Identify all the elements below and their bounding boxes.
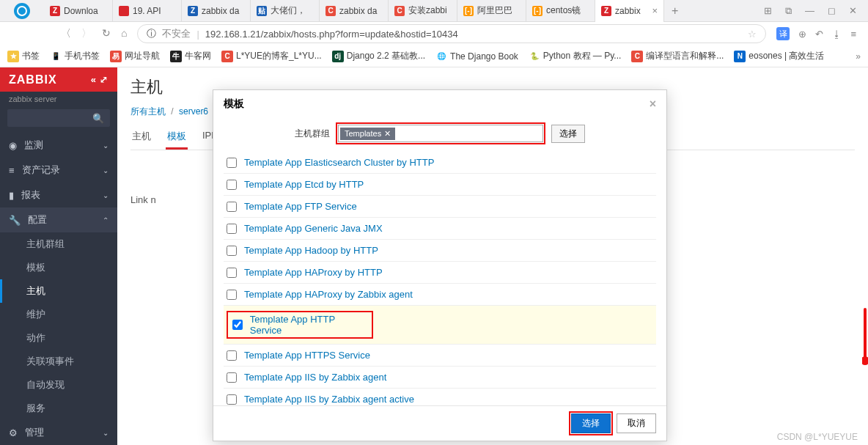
new-tab-button[interactable]: +	[664, 4, 685, 18]
template-row: Template App FTP Service	[224, 196, 656, 218]
template-checkbox[interactable]	[227, 290, 237, 300]
template-checkbox[interactable]	[227, 224, 237, 234]
template-link[interactable]: Template App HAProxy by HTTP	[244, 267, 383, 278]
hostgroup-select-button[interactable]: 选择	[551, 125, 585, 143]
bookmark-label: The Django Book	[450, 51, 518, 62]
browser-tab[interactable]: 19. API	[113, 0, 182, 22]
nav-sub-item[interactable]: 服务	[0, 397, 117, 420]
bookmark-item[interactable]: 🐍Python 教程 — Py...	[529, 50, 621, 62]
host-tab[interactable]: 模板	[166, 125, 188, 150]
modal-close-icon[interactable]: ×	[650, 98, 656, 111]
template-link[interactable]: Template App Etcd by HTTP	[244, 179, 364, 190]
nav-sub-item[interactable]: 主机	[0, 279, 117, 303]
svg-rect-1	[864, 308, 867, 359]
bookmark-item[interactable]: djDjango 2.2 基础教...	[332, 50, 425, 62]
bookmark-item[interactable]: Neosones | 高效生活	[734, 50, 824, 62]
extensions-icon[interactable]: ⊕	[798, 29, 806, 40]
template-link[interactable]: Template App HTTP Service	[250, 314, 367, 336]
bookmark-item[interactable]: ★书签	[7, 50, 40, 62]
template-link[interactable]: Template App Hadoop by HTTP	[244, 245, 378, 256]
bookmark-label: 编译型语言和解释...	[646, 50, 724, 62]
window-close-icon[interactable]: ✕	[849, 5, 857, 17]
bookmark-item[interactable]: 易网址导航	[110, 50, 160, 62]
nav-item[interactable]: ◉监测⌄	[0, 133, 117, 158]
template-checkbox[interactable]	[227, 202, 237, 212]
template-checkbox[interactable]	[227, 394, 237, 405]
back-button[interactable]: 〈	[61, 27, 71, 40]
browser-tab[interactable]: Zzabbix da	[182, 0, 251, 22]
browser-tab[interactable]: C安装zabbi	[389, 0, 457, 22]
nav-sub-item[interactable]: 关联项事件	[0, 350, 117, 373]
nav-sub-item[interactable]: 模板	[0, 256, 117, 279]
bookmarks-more-icon[interactable]: »	[856, 51, 861, 62]
browser-tab[interactable]: Czabbix da	[320, 0, 389, 22]
template-link[interactable]: Template App FTP Service	[244, 201, 357, 212]
template-checkbox[interactable]	[227, 350, 237, 361]
download-icon[interactable]: ⭳	[832, 29, 842, 40]
thermometer-widget[interactable]	[862, 308, 868, 367]
browser-tab[interactable]: Zzabbix×	[595, 0, 664, 22]
template-checkbox[interactable]	[227, 268, 237, 278]
cancel-button[interactable]: 取消	[617, 413, 656, 433]
browser-tab[interactable]: [-]centos镜	[526, 0, 595, 22]
url-input[interactable]: ⓘ 不安全 | 192.168.1.21/zabbix/hosts.php?fo…	[137, 24, 766, 43]
menu-icon[interactable]: ≡	[850, 29, 856, 40]
window-pip-icon[interactable]: ⧉	[785, 5, 792, 17]
translate-icon[interactable]: 译	[776, 27, 790, 40]
sidebar-hide-icon[interactable]: ⤢	[100, 74, 108, 85]
template-checkbox[interactable]	[227, 372, 237, 383]
template-checkbox[interactable]	[232, 320, 243, 330]
star-icon[interactable]: ☆	[748, 29, 757, 40]
nav-sub-item[interactable]: 动作	[0, 326, 117, 350]
host-tab[interactable]: 主机	[130, 125, 152, 150]
window-menu-icon[interactable]: ⊞	[764, 5, 772, 17]
nav-label: 报表	[21, 188, 40, 202]
browser-tab[interactable]: [-]阿里巴巴	[457, 0, 526, 22]
nav-item[interactable]: ▮报表⌄	[0, 183, 117, 207]
modal-title: 模板	[224, 98, 244, 111]
forward-button[interactable]: 〉	[81, 27, 92, 40]
template-link[interactable]: Template App IIS by Zabbix agent active	[244, 394, 414, 405]
window-maximize-icon[interactable]: ◻	[828, 5, 836, 17]
bookmark-item[interactable]: 牛牛客网	[170, 50, 211, 62]
bookmark-item[interactable]: 📱手机书签	[50, 50, 100, 62]
template-list[interactable]: Template App Elasticsearch Cluster by HT…	[213, 152, 666, 405]
bookmark-item[interactable]: C编译型语言和解释...	[631, 50, 724, 62]
sidebar-search[interactable]: 🔍	[7, 109, 110, 127]
nav-sub-item[interactable]: 主机群组	[0, 232, 117, 256]
template-link[interactable]: Template App HTTPS Service	[244, 350, 370, 361]
browser-tab[interactable]: 贴大佬们，	[251, 0, 320, 22]
window-minimize-icon[interactable]: —	[805, 5, 814, 17]
browser-logo	[0, 0, 44, 22]
home-button[interactable]: ⌂	[121, 27, 127, 40]
nav-item[interactable]: ≡资产记录⌄	[0, 158, 117, 183]
hostgroup-input[interactable]: Templates ✕	[338, 125, 543, 142]
tab-favicon	[119, 6, 129, 16]
browser-tab[interactable]: ZDownloa	[44, 0, 113, 22]
template-checkbox[interactable]	[227, 246, 237, 256]
nav-admin[interactable]: ⚙ 管理 ⌄	[0, 420, 117, 445]
crumb-host[interactable]: server6	[179, 106, 208, 117]
select-button[interactable]: 选择	[571, 413, 611, 433]
bookmark-icon: 牛	[170, 51, 182, 62]
nav-sub-item[interactable]: 自动发现	[0, 373, 117, 397]
template-checkbox[interactable]	[227, 180, 237, 190]
nav-sub-item[interactable]: 维护	[0, 303, 117, 326]
template-link[interactable]: Template App HAProxy by Zabbix agent	[244, 289, 413, 300]
bookmark-item[interactable]: CL*YUE的博客_L*YU...	[221, 50, 322, 62]
refresh-button[interactable]: ↻	[102, 27, 111, 40]
template-row: Template App HAProxy by Zabbix agent	[224, 284, 656, 306]
template-link[interactable]: Template App Elasticsearch Cluster by HT…	[244, 157, 434, 168]
sidebar-collapse-icon[interactable]: «	[91, 74, 97, 85]
tag-remove-icon[interactable]: ✕	[384, 129, 391, 139]
nav-item[interactable]: 🔧配置⌃	[0, 207, 117, 232]
template-checkbox[interactable]	[227, 158, 237, 168]
crumb-all-hosts[interactable]: 所有主机	[130, 106, 166, 117]
tab-label: centos镜	[546, 4, 581, 17]
template-link[interactable]: Template App IIS by Zabbix agent	[244, 372, 386, 383]
template-link[interactable]: Template App Generic Java JMX	[244, 223, 383, 234]
undo-icon[interactable]: ↶	[815, 29, 823, 40]
tab-close-icon[interactable]: ×	[652, 5, 658, 16]
chevron-icon: ⌄	[103, 166, 108, 174]
bookmark-item[interactable]: 🌐The Django Book	[435, 50, 518, 62]
